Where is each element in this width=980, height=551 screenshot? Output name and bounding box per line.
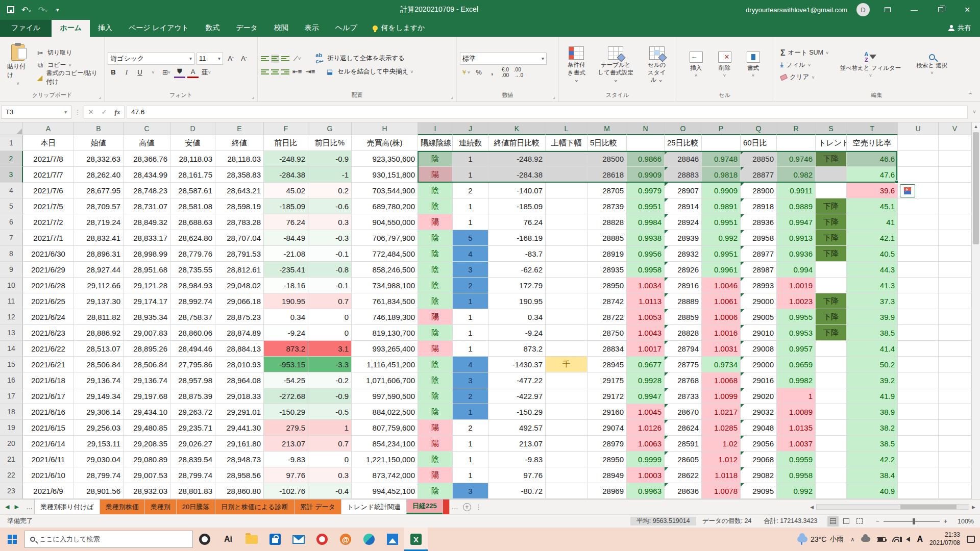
- cell[interactable]: 1.0078: [702, 483, 741, 499]
- avatar[interactable]: D: [856, 3, 870, 16]
- cell[interactable]: 39.2: [847, 372, 898, 388]
- sheet-overflow-right-icon[interactable]: …: [450, 499, 460, 514]
- cell[interactable]: 陰: [418, 404, 453, 420]
- cell[interactable]: 42.2: [847, 452, 898, 467]
- row-header-6[interactable]: 6: [0, 214, 23, 230]
- cell[interactable]: 1: [453, 167, 488, 183]
- row-header-10[interactable]: 10: [0, 278, 23, 293]
- cell[interactable]: 2021/6/15: [23, 420, 74, 436]
- cell[interactable]: [546, 246, 587, 262]
- cell[interactable]: 陰: [418, 262, 453, 278]
- tab-home[interactable]: ホーム: [52, 20, 90, 37]
- cell[interactable]: 28,332.63: [74, 151, 124, 167]
- row-header-23[interactable]: 23: [0, 483, 23, 499]
- cell[interactable]: -168.19: [488, 230, 546, 246]
- cell[interactable]: 0.9746: [777, 151, 816, 167]
- cell[interactable]: 28,948.73: [215, 452, 264, 467]
- cell[interactable]: 28828: [587, 214, 627, 230]
- cell[interactable]: 28979: [587, 436, 627, 452]
- cell[interactable]: 29,480.85: [124, 420, 170, 436]
- cell[interactable]: 28,010.93: [215, 357, 264, 372]
- cut-button[interactable]: ✂切り取り: [36, 47, 101, 59]
- cell[interactable]: [816, 388, 847, 404]
- cell[interactable]: [939, 420, 971, 436]
- taskbar-edge-icon[interactable]: [357, 528, 381, 551]
- cell[interactable]: 39.6: [847, 183, 898, 198]
- fill-button[interactable]: ⤓フィル˅: [780, 59, 828, 71]
- insert-cells-button[interactable]: 挿入˅: [685, 39, 707, 91]
- cell[interactable]: [816, 183, 847, 198]
- merge-center-button[interactable]: セルを結合して中央揃え: [337, 67, 408, 76]
- paste-button[interactable]: 貼り付け ˅: [3, 39, 33, 91]
- cell[interactable]: -0.3: [308, 230, 352, 246]
- cell[interactable]: 40.9: [847, 483, 898, 499]
- cell[interactable]: 29,263.72: [170, 404, 215, 420]
- cell[interactable]: [816, 357, 847, 372]
- cell[interactable]: 0.9866: [627, 151, 665, 167]
- save-icon[interactable]: [7, 6, 14, 13]
- wrap-text-button[interactable]: 折り返して全体を表示する: [327, 54, 405, 63]
- cell[interactable]: 28907: [665, 183, 702, 198]
- cell[interactable]: 2021/7/8: [23, 151, 74, 167]
- cell[interactable]: 28883: [665, 167, 702, 183]
- cell[interactable]: 0.9999: [627, 452, 665, 467]
- cell[interactable]: 下降: [816, 214, 847, 230]
- cell[interactable]: 29010: [741, 325, 777, 341]
- collapse-ribbon-icon[interactable]: ⌃: [968, 92, 973, 98]
- cell[interactable]: 492.57: [488, 420, 546, 436]
- row-header-1[interactable]: 1: [0, 135, 23, 151]
- column-header-Q[interactable]: Q: [741, 122, 777, 135]
- tell-me-box[interactable]: 何をしますか: [365, 20, 432, 37]
- cell[interactable]: 42.1: [847, 230, 898, 246]
- cell[interactable]: 1: [453, 214, 488, 230]
- cell[interactable]: 40.5: [847, 246, 898, 262]
- cell[interactable]: 0.9982: [777, 372, 816, 388]
- cell[interactable]: -248.92: [264, 151, 308, 167]
- cell[interactable]: 0.9951: [702, 214, 741, 230]
- battery-icon[interactable]: [877, 537, 886, 542]
- cell[interactable]: 41.3: [847, 278, 898, 293]
- column-header-K[interactable]: K: [488, 122, 546, 135]
- comma-style-icon[interactable]: ,: [486, 67, 498, 78]
- cell[interactable]: 28,927.44: [74, 262, 124, 278]
- share-button[interactable]: 共有: [939, 20, 980, 37]
- cell[interactable]: -272.68: [264, 388, 308, 404]
- accounting-format-icon[interactable]: ￥ ˅: [460, 67, 471, 78]
- row-header-19[interactable]: 19: [0, 420, 23, 436]
- cell[interactable]: 28605: [665, 452, 702, 467]
- underline-button[interactable]: U: [134, 67, 145, 78]
- cell[interactable]: 0.9734: [702, 357, 741, 372]
- cell[interactable]: 陰: [418, 372, 453, 388]
- taskbar-store-icon[interactable]: [263, 528, 287, 551]
- cell[interactable]: 1.0099: [702, 388, 741, 404]
- sheetbar-splitter[interactable]: ⋮: [474, 499, 483, 514]
- cell[interactable]: 陽: [418, 467, 453, 483]
- cell[interactable]: 1.0113: [627, 293, 665, 309]
- cell[interactable]: 1: [453, 293, 488, 309]
- cell-styles-button[interactable]: セルのスタイル ⌄: [641, 39, 673, 91]
- cell[interactable]: 873,742,000: [352, 467, 418, 483]
- sheet-prev-icon[interactable]: ◀: [5, 504, 9, 510]
- cell[interactable]: 2021/6/21: [23, 357, 74, 372]
- cell[interactable]: 2021/6/9: [23, 483, 74, 499]
- number-format-combo[interactable]: 標準▾: [460, 53, 547, 65]
- cell[interactable]: 172.79: [488, 278, 546, 293]
- taskbar-mail-icon[interactable]: [287, 528, 310, 551]
- cell[interactable]: 28,709.57: [74, 198, 124, 214]
- cell[interactable]: 0.3: [308, 214, 352, 230]
- cell[interactable]: 0.9909: [702, 183, 741, 198]
- cell[interactable]: 28958: [741, 230, 777, 246]
- cell[interactable]: 28900: [741, 183, 777, 198]
- row-header-14[interactable]: 14: [0, 341, 23, 357]
- cell[interactable]: 29,136.74: [124, 372, 170, 388]
- cell[interactable]: -422.97: [488, 388, 546, 404]
- align-bottom-icon[interactable]: [281, 55, 289, 62]
- cell[interactable]: 陽: [418, 309, 453, 325]
- header-cell-_v[interactable]: [939, 135, 971, 151]
- row-header-8[interactable]: 8: [0, 246, 23, 262]
- cell[interactable]: 28,506.84: [74, 357, 124, 372]
- cell[interactable]: 993,265,400: [352, 341, 418, 357]
- underline-dropdown-icon[interactable]: ˅: [148, 67, 159, 78]
- tab-help[interactable]: ヘルプ: [327, 20, 365, 37]
- cell[interactable]: 1.0045: [627, 404, 665, 420]
